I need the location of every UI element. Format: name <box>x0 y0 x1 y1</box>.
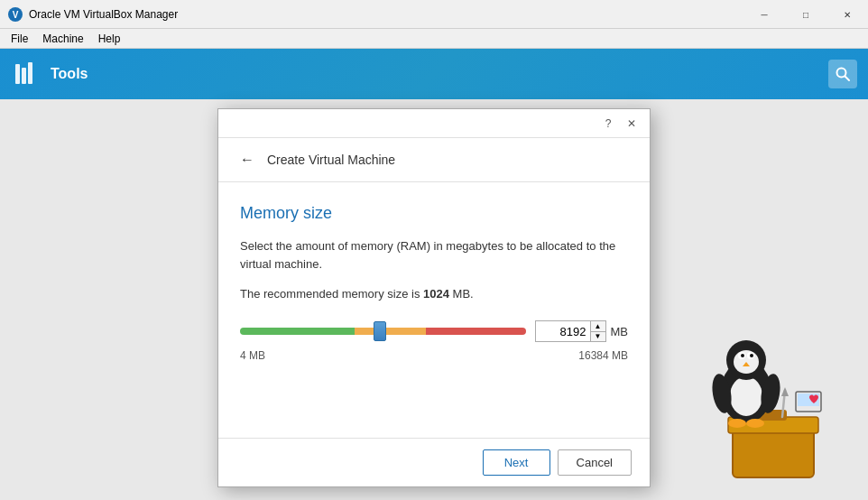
menu-machine[interactable]: Machine <box>35 31 90 47</box>
toolbar-label: Tools <box>51 66 88 82</box>
main-area: ? ✕ ← Create Virtual Machine Memory size… <box>0 99 868 500</box>
memory-value-input[interactable]: 8192 <box>535 320 591 342</box>
description-text: Select the amount of memory (RAM) in meg… <box>240 237 628 273</box>
dialog-body: Memory size Select the amount of memory … <box>218 182 650 438</box>
toolbar: Tools <box>0 49 868 99</box>
svg-marker-13 <box>781 387 789 396</box>
slider-container: 8192 ▲ ▼ MB <box>240 319 628 344</box>
recommended-prefix: The recommended memory size is <box>240 287 423 301</box>
search-icon[interactable] <box>828 60 857 88</box>
recommended-value: 1024 <box>423 287 449 301</box>
cancel-button[interactable]: Cancel <box>558 449 632 476</box>
svg-rect-3 <box>22 68 26 84</box>
svg-point-27 <box>728 419 746 428</box>
menu-help[interactable]: Help <box>91 31 128 47</box>
next-button[interactable]: Next <box>483 449 550 476</box>
minimize-button[interactable]: ─ <box>743 0 785 29</box>
dialog-header: ← Create Virtual Machine <box>218 138 650 182</box>
dialog-close-button[interactable]: ✕ <box>621 113 642 134</box>
slider-min-label: 4 MB <box>240 349 265 362</box>
window-controls: ─ □ ✕ <box>743 0 868 29</box>
title-bar: V Oracle VM VirtualBox Manager ─ □ ✕ <box>0 0 868 29</box>
unit-label: MB <box>611 325 629 338</box>
svg-text:V: V <box>13 10 19 20</box>
svg-point-23 <box>750 354 753 357</box>
section-title: Memory size <box>240 204 628 223</box>
mascot-svg <box>679 310 841 491</box>
recommended-text: The recommended memory size is 1024 MB. <box>240 287 628 301</box>
svg-rect-4 <box>28 62 32 84</box>
maximize-button[interactable]: □ <box>785 0 826 29</box>
menu-file[interactable]: File <box>4 31 35 47</box>
tools-icon <box>11 58 43 90</box>
dialog-title: Create Virtual Machine <box>267 153 395 167</box>
mascot-area <box>679 310 841 491</box>
dialog-footer: Next Cancel <box>218 438 650 486</box>
spinner-down-button[interactable]: ▼ <box>591 332 605 342</box>
slider-max-label: 16384 MB <box>578 349 628 362</box>
svg-line-6 <box>845 77 850 81</box>
dialog-help-button[interactable]: ? <box>597 113 619 134</box>
window-title: Oracle VM VirtualBox Manager <box>29 8 178 21</box>
slider-labels: 4 MB 16384 MB <box>240 349 628 362</box>
back-button[interactable]: ← <box>236 149 258 171</box>
slider-track <box>240 328 526 335</box>
svg-point-28 <box>746 419 764 428</box>
spinner-buttons: ▲ ▼ <box>591 320 606 342</box>
svg-point-17 <box>730 376 762 416</box>
slider-wrapper <box>240 319 526 344</box>
menu-bar: File Machine Help <box>0 29 868 49</box>
dialog-titlebar: ? ✕ <box>218 109 650 138</box>
svg-rect-7 <box>733 428 814 477</box>
recommended-suffix: MB. <box>449 287 474 301</box>
app-icon: V <box>7 6 23 23</box>
slider-thumb[interactable] <box>374 321 386 341</box>
svg-point-22 <box>741 354 744 357</box>
value-input-group: 8192 ▲ ▼ MB <box>535 320 629 342</box>
close-button[interactable]: ✕ <box>826 0 868 29</box>
svg-rect-2 <box>15 64 20 84</box>
spinner-up-button[interactable]: ▲ <box>591 321 605 332</box>
dialog: ? ✕ ← Create Virtual Machine Memory size… <box>217 108 651 487</box>
